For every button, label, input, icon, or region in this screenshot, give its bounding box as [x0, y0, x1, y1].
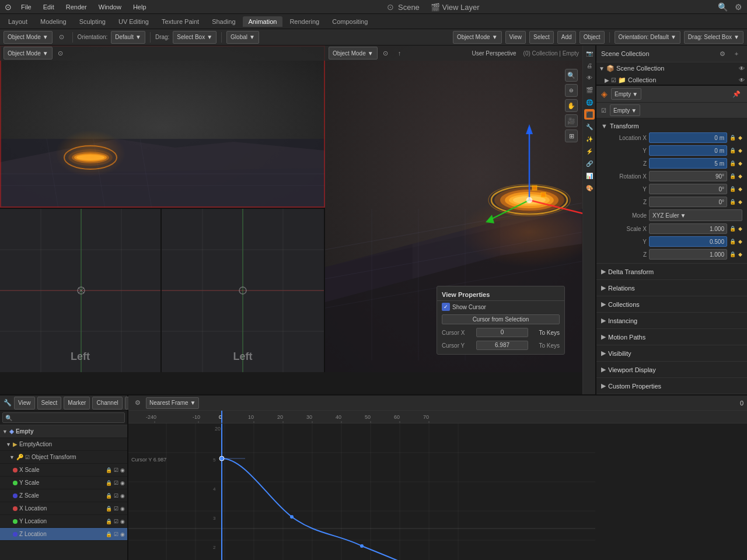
prop-icon-world[interactable]: 🌐 [584, 97, 595, 107]
menu-edit[interactable]: Edit [41, 4, 57, 10]
scale-x-input[interactable]: 1.000 [649, 223, 727, 234]
prop-icon-output[interactable]: 🖨 [584, 60, 595, 71]
tab-animation[interactable]: Animation [243, 16, 283, 27]
curve-filter-btn[interactable]: ⚙ [132, 397, 144, 409]
prop-icon-particles[interactable]: ✨ [584, 134, 595, 144]
filter-icon[interactable]: ⚙ [735, 2, 742, 12]
gizmo-btn[interactable]: ↑ [394, 47, 406, 59]
mode-selector[interactable]: Object Mode ▼ [4, 31, 53, 44]
tab-texture-paint[interactable]: Texture Paint [156, 16, 205, 27]
viewport-overlay-btn[interactable]: ⊙ [56, 32, 68, 43]
channel-z-location[interactable]: Z Location 🔒 ☑ ◉ [0, 528, 127, 541]
channel-empty-obj[interactable]: ▼ ◈ Empty [0, 425, 127, 438]
orientation-right[interactable]: Orientation: Default ▼ [615, 31, 680, 44]
tree-scene-collection[interactable]: ▼ 📦 Scene Collection 👁 [596, 62, 747, 74]
data-name-dropdown[interactable]: Empty ▼ [610, 104, 640, 116]
outliner-filter[interactable]: ⚙ [717, 48, 728, 60]
menu-window[interactable]: Window [96, 4, 124, 10]
visibility-header[interactable]: ▶ Visibility [596, 348, 747, 359]
orbit-btn[interactable]: 🎥 [565, 114, 578, 127]
rotation-y-input[interactable]: 0° [649, 184, 727, 194]
prop-icon-object[interactable]: ⬛ [584, 109, 595, 120]
rotation-x-input[interactable]: 90° [649, 171, 727, 181]
location-x-input[interactable]: 0 m [649, 132, 727, 143]
outliner-new[interactable]: + [731, 48, 742, 60]
cursor-from-selection-btn[interactable]: Cursor from Selection [442, 314, 560, 324]
overlay-btn-main[interactable]: ⊙ [380, 47, 392, 59]
channel-x-scale[interactable]: X Scale 🔒 ☑ ◉ [0, 464, 127, 477]
mode-selector-right[interactable]: Object Mode ▼ [453, 31, 502, 44]
viewport-display-header[interactable]: ▶ Viewport Display [596, 364, 747, 375]
show-cursor-checkbox[interactable]: ✓ [442, 303, 450, 311]
menu-help[interactable]: Help [131, 4, 149, 10]
prop-icon-render[interactable]: 📷 [584, 48, 595, 58]
tab-uv-editing[interactable]: UV Editing [113, 16, 155, 27]
scale-z-input[interactable]: 1.000 [649, 249, 727, 260]
collections-header[interactable]: ▶ Collections [596, 299, 747, 310]
cursor-y-input[interactable]: 6.987 [476, 341, 528, 350]
curve-area[interactable]: ⚙ Nearest Frame ▼ 0 -240 -10 0 10 [128, 396, 747, 560]
select-btn[interactable]: Select [529, 31, 554, 44]
prop-icon-material[interactable]: 🎨 [584, 183, 595, 193]
channel-empty-action[interactable]: ▼ ▶ EmptyAction [0, 438, 127, 451]
cursor-x-input[interactable]: 0 [476, 328, 528, 337]
tab-shading[interactable]: Shading [206, 16, 241, 27]
channel-y-location[interactable]: Y Location 🔒 ☑ ◉ [0, 515, 127, 528]
prop-icon-constraints[interactable]: 🔗 [584, 158, 595, 169]
channel-z-scale[interactable]: Z Scale 🔒 ☑ ◉ [0, 489, 127, 502]
drag-selector[interactable]: Select Box ▼ [173, 31, 217, 44]
zoom-in-btn[interactable]: 🔍 [565, 69, 578, 82]
tl-view-btn[interactable]: View [14, 397, 35, 410]
tab-rendering[interactable]: Rendering [284, 16, 325, 27]
menu-file[interactable]: File [19, 4, 34, 10]
prop-icon-data[interactable]: 📊 [584, 170, 595, 181]
graph-area[interactable]: 20 Cursor Y 6.987 5 4 [128, 424, 747, 560]
channel-obj-transform[interactable]: ▼ 🔑 ☑ Object Transform [0, 451, 127, 464]
tl-select-btn[interactable]: Select [37, 397, 62, 410]
pin-btn[interactable]: 📌 [731, 88, 742, 100]
delta-transform-header[interactable]: ▶ Delta Transform [596, 266, 747, 277]
prop-icon-modifier[interactable]: 🔧 [584, 121, 595, 132]
pan-btn[interactable]: ✋ [565, 99, 578, 112]
object-name-dropdown[interactable]: Empty ▼ [611, 88, 641, 100]
motion-paths-header[interactable]: ▶ Motion Paths [596, 331, 747, 342]
instancing-header[interactable]: ▶ Instancing [596, 315, 747, 326]
curve-normalize-btn[interactable]: Nearest Frame ▼ [146, 397, 199, 409]
prop-icon-view[interactable]: 👁 [584, 72, 595, 83]
tl-marker-btn[interactable]: Marker [64, 397, 90, 410]
blender-logo[interactable]: ⊙ [5, 2, 12, 12]
search-icon[interactable]: 🔍 [718, 2, 728, 12]
viewport-overlay-topleft[interactable]: ⊙ [55, 47, 67, 59]
viewport-mode-main[interactable]: Object Mode ▼ [329, 47, 378, 60]
prop-icon-physics[interactable]: ⚡ [584, 146, 595, 156]
tab-layout[interactable]: Layout [2, 16, 33, 27]
location-z-input[interactable]: 5 m [649, 158, 727, 169]
tree-collection[interactable]: ▶ ☑ 📁 Collection 👁 [596, 74, 747, 85]
add-btn[interactable]: Add [557, 31, 576, 44]
scale-y-input[interactable]: 0.500 [649, 236, 727, 247]
viewport-bottom-right[interactable]: Left [162, 209, 324, 372]
transform-header[interactable]: ▼ Transform [596, 121, 747, 131]
tab-compositing[interactable]: Compositing [326, 16, 374, 27]
viewport-top-left[interactable]: Object Mode ▼ ⊙ [0, 46, 325, 209]
location-y-input[interactable]: 0 m [649, 145, 727, 156]
viewport-main[interactable]: Object Mode ▼ ⊙ ↑ User Perspective (0) C… [325, 46, 582, 372]
tl-tool-icon[interactable]: 🔧 [4, 397, 12, 409]
tl-channel-btn[interactable]: Channel [92, 397, 122, 410]
relations-header[interactable]: ▶ Relations [596, 282, 747, 293]
mode-dropdown[interactable]: XYZ Euler ▼ [649, 209, 742, 221]
tab-modeling[interactable]: Modeling [34, 16, 72, 27]
viewport-mode-topleft[interactable]: Object Mode ▼ [4, 47, 53, 60]
custom-props-header[interactable]: ▶ Custom Properties [596, 380, 747, 391]
prop-icon-scene[interactable]: 🎬 [584, 85, 595, 95]
object-btn[interactable]: Object [580, 31, 605, 44]
rotation-z-input[interactable]: 0° [649, 197, 727, 207]
global-selector[interactable]: Global ▼ [226, 31, 259, 44]
channel-y-scale[interactable]: Y Scale 🔒 ☑ ◉ [0, 477, 127, 489]
drag-right[interactable]: Drag: Select Box ▼ [684, 31, 743, 44]
zoom-out-btn[interactable]: ⊖ [565, 84, 578, 97]
channel-x-location[interactable]: X Location 🔒 ☑ ◉ [0, 502, 127, 515]
grid-btn[interactable]: ⊞ [565, 130, 578, 142]
menu-render[interactable]: Render [64, 4, 89, 10]
channel-search[interactable]: 🔍 [2, 412, 125, 423]
